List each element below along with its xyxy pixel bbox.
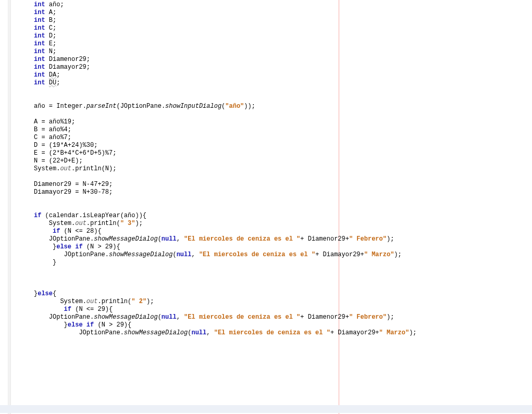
keyword-int: int — [34, 1, 45, 8]
line-diamenor: Diamenor29 = N-47+29; — [34, 181, 113, 188]
string-3: " 3" — [120, 220, 135, 227]
cond-le29: (N <= 29){ — [71, 306, 113, 313]
cond-gt29a: (N > 29){ — [83, 243, 120, 250]
cond-gt29b: (N > 29){ — [94, 321, 131, 329]
line-B: B = año%4; — [34, 126, 71, 133]
string-febrero: " Febrero" — [349, 235, 387, 243]
unused-var-DA: DA — [49, 71, 56, 79]
line-A: A = año%19; — [34, 118, 75, 126]
method-showInputDialog: showInputDialog — [165, 103, 221, 110]
code-editor[interactable]: int año; int A; int B; int C; int D; int… — [11, 0, 417, 337]
line-E: E = (2*B+4*C+6*D+5)%7; — [34, 149, 116, 157]
cond-le28: (N <= 28){ — [60, 228, 101, 235]
current-line-highlight — [0, 405, 532, 413]
var-ano: año — [49, 1, 60, 8]
keyword-null: null — [162, 235, 177, 243]
line-diamayor: Diamayor29 = N+30-78; — [34, 189, 113, 196]
method-parseInt: parseInt — [86, 103, 117, 110]
string-2: " 2" — [131, 298, 146, 305]
string-ceniza: "El miercoles de ceniza es el " — [184, 235, 300, 243]
line-C: C = año%7; — [34, 134, 71, 141]
unused-var-DU: DU — [49, 79, 56, 86]
keyword-elseif: else if — [56, 243, 82, 250]
string-ano: "año" — [225, 103, 244, 110]
line-D: D = (19*A+24)%30; — [34, 142, 97, 149]
gutter-blank — [0, 0, 8, 414]
string-marzo: " Marzo" — [364, 251, 394, 258]
line-N: N = (22+D+E); — [34, 157, 83, 165]
keyword-else: else — [38, 290, 53, 297]
keyword-if: if — [34, 212, 41, 219]
cond-leapyear: (calendar.isLeapYear(año)){ — [41, 212, 146, 219]
field-out: out — [60, 165, 71, 172]
method-showMessageDialog: showMessageDialog — [94, 235, 157, 243]
